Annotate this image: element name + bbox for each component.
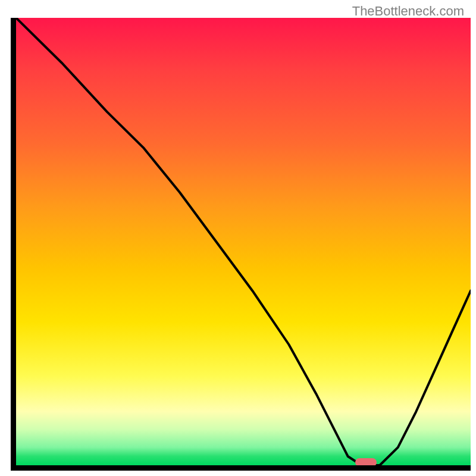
watermark-text: TheBottleneck.com: [352, 4, 464, 19]
chart-plot-area: [11, 18, 471, 471]
bottleneck-curve: [16, 18, 471, 465]
optimum-marker: [355, 458, 377, 466]
